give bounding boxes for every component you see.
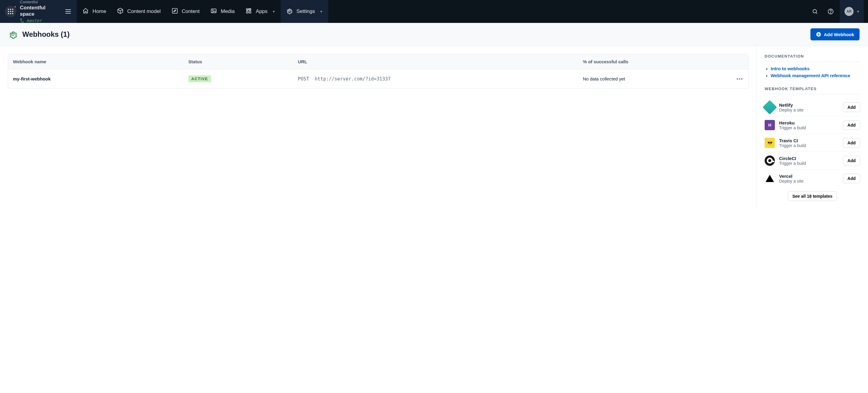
- webhook-success: No data collected yet: [578, 70, 732, 87]
- nav-settings[interactable]: Settings▼: [281, 0, 328, 23]
- add-template-button[interactable]: Add: [843, 174, 860, 183]
- col-name: Webhook name: [8, 54, 184, 69]
- chevron-down-icon: ▼: [273, 10, 276, 13]
- template-item: H Heroku Trigger a build Add: [765, 116, 860, 134]
- add-template-button[interactable]: Add: [843, 156, 860, 165]
- svg-point-0: [21, 19, 22, 20]
- topnav-right: AR ▼: [808, 0, 868, 23]
- apps-launcher-icon[interactable]: [5, 6, 16, 17]
- chevron-down-icon: ▼: [857, 10, 860, 13]
- space-switcher[interactable]: Contentful Contentful space master: [0, 0, 77, 23]
- search-button[interactable]: [808, 5, 822, 18]
- travis-icon: 😎: [765, 138, 775, 148]
- col-url: URL: [293, 54, 578, 69]
- netlify-icon: [763, 100, 777, 115]
- avatar: AR: [844, 7, 854, 16]
- branch-name: master: [27, 18, 42, 24]
- space-name: Contentful space: [20, 4, 59, 18]
- add-webhook-button[interactable]: Add Webhook: [810, 28, 860, 40]
- nav-items: HomeContent modelContentMediaApps▼Settin…: [77, 0, 328, 23]
- template-name: CircleCI: [779, 156, 839, 161]
- svg-rect-1: [173, 8, 178, 13]
- template-name: Heroku: [779, 120, 839, 125]
- col-status: Status: [184, 54, 293, 69]
- webhook-url: POST http://server.com/?id=31337: [293, 70, 578, 88]
- nav-label: Media: [221, 8, 235, 14]
- search-icon: [812, 8, 818, 14]
- nav-content-model[interactable]: Content model: [112, 0, 166, 23]
- heroku-icon: H: [765, 120, 775, 130]
- nav-label: Settings: [296, 8, 315, 14]
- webhook-status: ACTIVE: [184, 69, 293, 88]
- top-nav: Contentful Contentful space master HomeC…: [0, 0, 868, 23]
- org-name: Contentful: [20, 0, 59, 4]
- doc-links: Intro to webhooksWebhook management API …: [771, 66, 860, 78]
- svg-point-4: [289, 10, 290, 12]
- see-all-templates-button[interactable]: See all 18 templates: [788, 191, 837, 201]
- svg-point-3: [213, 10, 213, 10]
- template-name: Netlify: [779, 102, 839, 108]
- nav-content[interactable]: Content: [166, 0, 205, 23]
- space-menu-button[interactable]: [63, 7, 73, 16]
- gear-icon: [8, 30, 18, 39]
- webhooks-table: Webhook name Status URL % of successful …: [8, 54, 749, 89]
- table-row[interactable]: my-first-webhook ACTIVE POST http://serv…: [8, 69, 748, 88]
- chevron-down-icon: ▼: [320, 10, 323, 13]
- add-template-button[interactable]: Add: [843, 120, 860, 130]
- user-menu[interactable]: AR ▼: [840, 0, 864, 23]
- table-header: Webhook name Status URL % of successful …: [8, 54, 748, 69]
- branch-icon: [20, 18, 25, 23]
- vercel-icon: [765, 173, 775, 184]
- nav-media[interactable]: Media: [205, 0, 240, 23]
- pen-icon: [172, 7, 178, 16]
- puzzle-icon: [246, 7, 252, 16]
- template-name: Travis CI: [779, 138, 839, 143]
- template-item: Netlify Deploy a site Add: [765, 98, 860, 116]
- gear-icon: [286, 7, 293, 16]
- svg-point-9: [12, 33, 14, 36]
- template-desc: Deploy a site: [779, 108, 839, 113]
- help-button[interactable]: [824, 5, 837, 18]
- sidebar: Documentation Intro to webhooksWebhook m…: [756, 46, 868, 209]
- template-desc: Trigger a build: [779, 125, 839, 130]
- svg-point-5: [813, 9, 816, 13]
- box-icon: [117, 7, 124, 16]
- doc-link[interactable]: Intro to webhooks: [771, 66, 809, 71]
- templates-heading: Webhook templates: [765, 87, 860, 94]
- docs-heading: Documentation: [765, 54, 860, 62]
- template-list: Netlify Deploy a site AddH Heroku Trigge…: [765, 98, 860, 187]
- page-header: Webhooks (1) Add Webhook: [0, 23, 868, 46]
- nav-apps[interactable]: Apps▼: [240, 0, 281, 23]
- notification-dot-icon: [14, 5, 17, 8]
- add-webhook-label: Add Webhook: [824, 32, 854, 37]
- nav-label: Content: [182, 8, 200, 14]
- webhook-name: my-first-webhook: [8, 70, 184, 87]
- space-info: Contentful Contentful space master: [20, 0, 59, 23]
- nav-home[interactable]: Home: [77, 0, 112, 23]
- status-badge: ACTIVE: [188, 75, 211, 82]
- circleci-icon: [765, 155, 775, 166]
- nav-label: Home: [93, 8, 106, 14]
- nav-label: Content model: [127, 8, 161, 14]
- template-item: CircleCI Trigger a build Add: [765, 152, 860, 170]
- help-icon: [828, 8, 834, 14]
- template-desc: Trigger a build: [779, 161, 839, 166]
- template-name: Vercel: [779, 174, 839, 179]
- svg-line-6: [816, 13, 817, 14]
- plus-circle-icon: [816, 32, 821, 37]
- nav-label: Apps: [256, 8, 268, 14]
- template-desc: Trigger a build: [779, 143, 839, 148]
- template-item: Vercel Deploy a site Add: [765, 170, 860, 187]
- row-actions-button[interactable]: •••: [732, 70, 748, 87]
- main-content: Webhook name Status URL % of successful …: [0, 46, 756, 96]
- template-item: 😎 Travis CI Trigger a build Add: [765, 134, 860, 152]
- add-template-button[interactable]: Add: [843, 138, 860, 148]
- image-icon: [210, 7, 217, 16]
- doc-link[interactable]: Webhook management API reference: [771, 73, 850, 78]
- home-icon: [82, 7, 89, 16]
- col-success: % of successful calls: [578, 54, 732, 69]
- template-desc: Deploy a site: [779, 179, 839, 184]
- add-template-button[interactable]: Add: [843, 102, 860, 112]
- page-title: Webhooks (1): [22, 30, 70, 38]
